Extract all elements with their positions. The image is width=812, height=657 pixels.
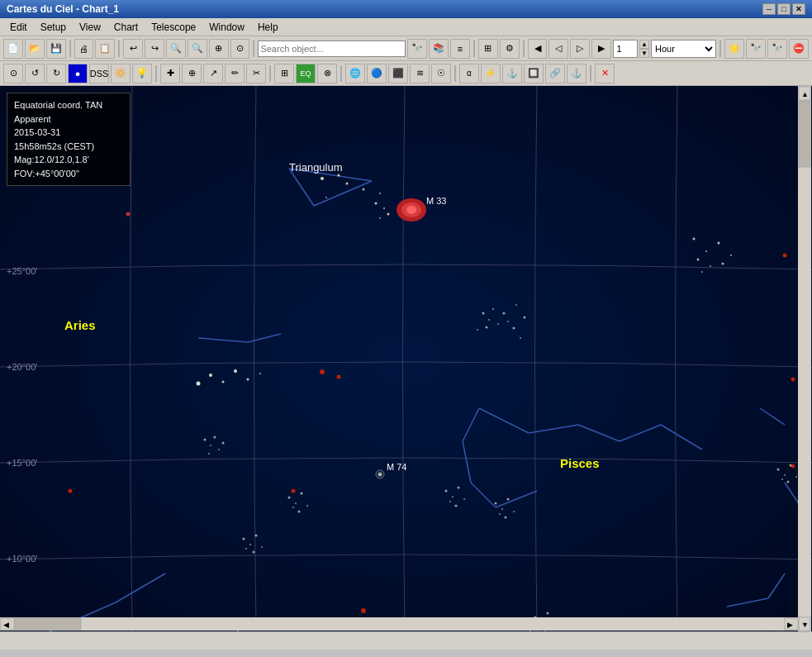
svg-point-78 xyxy=(452,496,453,498)
svg-point-59 xyxy=(320,369,325,374)
tb2-alpha-button[interactable]: α xyxy=(459,64,479,83)
step-up-button[interactable]: ▲ xyxy=(639,40,649,49)
svg-point-112 xyxy=(705,250,707,252)
tb2-btn16[interactable]: ≋ xyxy=(410,64,430,83)
prev-button[interactable]: ◀ xyxy=(528,39,548,59)
svg-text:+10°00': +10°00' xyxy=(7,554,37,564)
tb2-btn14[interactable]: 🔵 xyxy=(367,64,387,83)
svg-point-82 xyxy=(449,501,451,502)
tb2-btn20[interactable]: 🔲 xyxy=(524,64,544,83)
tb2-btn18[interactable]: ⚡ xyxy=(481,64,501,83)
svg-point-85 xyxy=(507,498,510,501)
menu-setup[interactable]: Setup xyxy=(34,20,73,35)
svg-text:▲: ▲ xyxy=(801,90,809,98)
tb2-connect-button[interactable]: 🔗 xyxy=(545,64,565,83)
save-button[interactable]: 💾 xyxy=(46,39,66,59)
tb2-btn7[interactable]: ✚ xyxy=(160,64,180,83)
tb2-btn13[interactable]: 🌐 xyxy=(345,64,365,83)
svg-point-37 xyxy=(492,308,494,310)
zoom-in-button[interactable]: 🔍 xyxy=(166,39,186,59)
undo-button[interactable]: ↩ xyxy=(123,39,143,59)
new-chart-button[interactable]: 📄 xyxy=(3,39,23,59)
zoom-out-button[interactable]: 🔍 xyxy=(188,39,207,59)
svg-point-111 xyxy=(693,238,696,240)
svg-point-35 xyxy=(482,312,485,315)
tb2-btn11[interactable]: ✂ xyxy=(246,64,266,83)
svg-point-32 xyxy=(387,213,390,216)
svg-point-110 xyxy=(781,478,783,480)
search-input[interactable] xyxy=(258,40,406,57)
menu-help[interactable]: Help xyxy=(251,20,285,35)
step-down-button[interactable]: ▼ xyxy=(639,49,649,58)
svg-point-93 xyxy=(253,551,255,554)
tb2-dss-button[interactable]: DSS xyxy=(89,64,109,83)
tb2-btn19[interactable]: ⚓ xyxy=(502,64,522,83)
close-button[interactable]: ✕ xyxy=(792,3,805,15)
separator-2 xyxy=(118,40,120,57)
copy-button[interactable]: 📋 xyxy=(95,39,115,59)
redo-button[interactable]: ↪ xyxy=(145,39,164,59)
step-number-input[interactable] xyxy=(613,40,638,58)
settings-button[interactable]: ⚙ xyxy=(500,39,520,59)
svg-text:Triangulum: Triangulum xyxy=(289,161,343,174)
track-button[interactable]: 🌟 xyxy=(724,39,744,59)
tb2-btn2[interactable]: ↺ xyxy=(25,64,45,83)
svg-rect-142 xyxy=(0,617,798,631)
menu-window[interactable]: Window xyxy=(202,20,251,35)
next-step-button[interactable]: ▷ xyxy=(570,39,590,59)
svg-point-61 xyxy=(69,489,73,493)
svg-text:+25°00': +25°00' xyxy=(7,266,37,276)
title-bar: Cartes du Ciel - Chart_1 ─ □ ✕ xyxy=(0,0,812,18)
tb2-btn10[interactable]: ✏ xyxy=(225,64,245,83)
minimize-button[interactable]: ─ xyxy=(762,3,776,15)
tb2-btn1[interactable]: ⊙ xyxy=(3,64,23,83)
svg-point-90 xyxy=(249,544,251,545)
tb2-red-button[interactable]: ✕ xyxy=(595,64,615,83)
menu-view[interactable]: View xyxy=(73,20,107,35)
stop-button[interactable]: ⛔ xyxy=(789,39,809,59)
zoom-custom-button[interactable]: ⊙ xyxy=(230,39,250,59)
next-button[interactable]: ▶ xyxy=(591,39,611,59)
search-button[interactable]: 🔭 xyxy=(407,39,427,59)
svg-point-46 xyxy=(515,304,517,306)
tb2-btn12[interactable]: ⊗ xyxy=(317,64,337,83)
prev-step-button[interactable]: ◁ xyxy=(548,39,568,59)
tb2-anchor-button[interactable]: ⚓ xyxy=(567,64,586,83)
scope1-button[interactable]: 🔭 xyxy=(746,39,766,59)
tb2-btn9[interactable]: ↗ xyxy=(203,64,223,83)
svg-point-26 xyxy=(338,174,340,177)
tb2-btn8[interactable]: ⊕ xyxy=(182,64,202,83)
svg-point-88 xyxy=(499,513,501,515)
svg-point-113 xyxy=(718,242,720,245)
tb2-btn4[interactable]: ● xyxy=(68,64,88,83)
tb2-grid-button[interactable]: ⊞ xyxy=(274,64,294,83)
svg-point-73 xyxy=(301,493,303,495)
svg-point-29 xyxy=(406,206,416,214)
scope2-button[interactable]: 🔭 xyxy=(767,39,787,59)
open-button[interactable]: 📂 xyxy=(25,39,45,59)
tb2-btn3[interactable]: ↻ xyxy=(46,64,66,83)
svg-point-34 xyxy=(126,212,131,217)
step-unit-select[interactable]: Hour Second Minute Day Week Month Year xyxy=(651,40,717,58)
print-button[interactable]: 🖨 xyxy=(74,39,94,59)
maximize-button[interactable]: □ xyxy=(777,3,791,15)
svg-point-114 xyxy=(730,255,732,256)
tb2-btn5[interactable]: 🔆 xyxy=(111,64,131,83)
menu-chart[interactable]: Chart xyxy=(107,20,145,35)
svg-text:◀: ◀ xyxy=(3,621,9,629)
menu-telescope[interactable]: Telescope xyxy=(145,20,202,35)
catalog-button[interactable]: 📚 xyxy=(429,39,449,59)
info-panel: Equatorial coord. TAN Apparent 2015-03-3… xyxy=(7,93,131,186)
tb2-btn15[interactable]: ⬛ xyxy=(388,64,408,83)
tb2-btn17[interactable]: ☉ xyxy=(431,64,451,83)
tb2-eq-button[interactable]: EQ xyxy=(296,64,316,83)
zoom-fit-button[interactable]: ⊕ xyxy=(209,39,229,59)
menu-edit[interactable]: Edit xyxy=(3,20,34,35)
separator-3 xyxy=(253,40,254,57)
window-title: Cartes du Ciel - Chart_1 xyxy=(7,3,119,15)
tb2-btn6[interactable]: 💡 xyxy=(132,64,152,83)
grid-button[interactable]: ⊞ xyxy=(478,39,498,59)
list-button[interactable]: ≡ xyxy=(450,39,470,59)
chart-area[interactable]: Triangulum +25°00' +20°00' +15°00' +10°0… xyxy=(0,86,812,631)
svg-point-81 xyxy=(455,505,458,507)
